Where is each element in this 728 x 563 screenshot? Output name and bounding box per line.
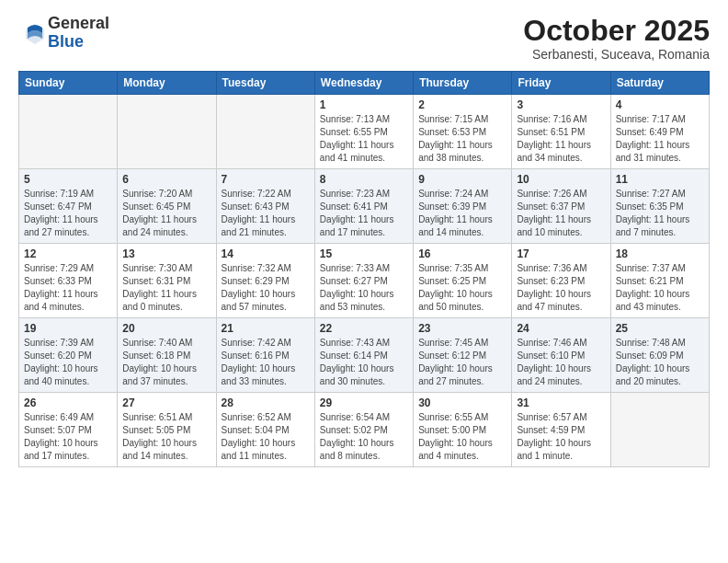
calendar-cell: 17Sunrise: 7:36 AMSunset: 6:23 PMDayligh… (512, 244, 610, 318)
calendar-row-3: 19Sunrise: 7:39 AMSunset: 6:20 PMDayligh… (19, 318, 710, 393)
logo-text: General Blue (48, 15, 109, 52)
calendar-cell: 18Sunrise: 7:37 AMSunset: 6:21 PMDayligh… (610, 244, 709, 318)
day-info: Sunrise: 7:19 AMSunset: 6:47 PMDaylight:… (24, 188, 112, 239)
daylight-label: Daylight: 10 hours and 37 minutes. (122, 363, 197, 386)
sunrise-label: Sunrise: 7:32 AM (222, 263, 291, 273)
sunset-label: Sunset: 6:47 PM (24, 201, 92, 212)
day-info: Sunrise: 7:13 AMSunset: 6:55 PMDaylight:… (320, 113, 408, 165)
daylight-label: Daylight: 10 hours and 30 minutes. (320, 363, 394, 386)
day-number: 5 (24, 173, 112, 186)
day-info: Sunrise: 7:36 AMSunset: 6:23 PMDaylight:… (517, 262, 605, 314)
day-number: 13 (122, 247, 210, 260)
sunrise-label: Sunrise: 7:17 AM (616, 114, 686, 124)
day-info: Sunrise: 7:15 AMSunset: 6:53 PMDaylight:… (418, 113, 506, 165)
sunrise-label: Sunrise: 7:19 AM (24, 189, 94, 199)
day-number: 25 (616, 322, 704, 335)
calendar-row-4: 26Sunrise: 6:49 AMSunset: 5:07 PMDayligh… (19, 393, 710, 467)
day-info: Sunrise: 7:30 AMSunset: 6:31 PMDaylight:… (122, 262, 210, 314)
calendar-cell: 12Sunrise: 7:29 AMSunset: 6:33 PMDayligh… (19, 244, 118, 318)
daylight-label: Daylight: 10 hours and 17 minutes. (24, 438, 98, 461)
day-info: Sunrise: 7:46 AMSunset: 6:10 PMDaylight:… (517, 337, 605, 388)
calendar-cell: 11Sunrise: 7:27 AMSunset: 6:35 PMDayligh… (610, 169, 709, 244)
day-number: 23 (418, 322, 506, 335)
sunrise-label: Sunrise: 7:13 AM (320, 114, 390, 124)
day-number: 30 (418, 396, 506, 409)
sunrise-label: Sunrise: 6:49 AM (24, 412, 94, 422)
daylight-label: Daylight: 11 hours and 14 minutes. (418, 214, 493, 237)
calendar-cell: 21Sunrise: 7:42 AMSunset: 6:16 PMDayligh… (216, 318, 314, 393)
day-number: 24 (517, 322, 605, 335)
col-monday: Monday (118, 72, 216, 95)
month-title: October 2025 (523, 15, 710, 47)
sunset-label: Sunset: 6:33 PM (24, 276, 92, 286)
day-info: Sunrise: 7:27 AMSunset: 6:35 PMDaylight:… (616, 188, 704, 239)
calendar-cell: 30Sunrise: 6:55 AMSunset: 5:00 PMDayligh… (414, 393, 512, 467)
daylight-label: Daylight: 11 hours and 21 minutes. (222, 214, 296, 237)
day-number: 21 (222, 322, 310, 335)
calendar-cell: 28Sunrise: 6:52 AMSunset: 5:04 PMDayligh… (216, 393, 314, 467)
calendar-table: Sunday Monday Tuesday Wednesday Thursday… (18, 71, 710, 467)
calendar-row-2: 12Sunrise: 7:29 AMSunset: 6:33 PMDayligh… (19, 244, 710, 318)
calendar-cell (118, 95, 216, 169)
sunrise-label: Sunrise: 6:55 AM (418, 412, 488, 422)
sunrise-label: Sunrise: 7:16 AM (517, 114, 586, 124)
calendar-cell: 8Sunrise: 7:23 AMSunset: 6:41 PMDaylight… (314, 169, 413, 244)
sunrise-label: Sunrise: 7:46 AM (517, 338, 586, 348)
day-number: 17 (517, 247, 605, 260)
col-sunday: Sunday (19, 72, 118, 95)
calendar-cell: 19Sunrise: 7:39 AMSunset: 6:20 PMDayligh… (19, 318, 118, 393)
day-info: Sunrise: 7:24 AMSunset: 6:39 PMDaylight:… (418, 188, 506, 239)
sunset-label: Sunset: 6:10 PM (517, 350, 585, 361)
sunset-label: Sunset: 5:00 PM (418, 425, 486, 435)
daylight-label: Daylight: 10 hours and 50 minutes. (418, 289, 493, 312)
sunrise-label: Sunrise: 7:23 AM (320, 189, 390, 199)
calendar-cell: 31Sunrise: 6:57 AMSunset: 4:59 PMDayligh… (512, 393, 610, 467)
daylight-label: Daylight: 10 hours and 14 minutes. (122, 438, 197, 461)
logo: General Blue (18, 15, 109, 52)
sunrise-label: Sunrise: 7:42 AM (222, 338, 291, 348)
sunset-label: Sunset: 6:23 PM (517, 276, 585, 286)
calendar-cell: 14Sunrise: 7:32 AMSunset: 6:29 PMDayligh… (216, 244, 314, 318)
sunrise-label: Sunrise: 6:54 AM (320, 412, 390, 422)
day-number: 12 (24, 247, 112, 260)
sunrise-label: Sunrise: 7:36 AM (517, 263, 586, 273)
sunset-label: Sunset: 5:02 PM (320, 425, 388, 435)
location-subtitle: Serbanesti, Suceava, Romania (523, 47, 710, 62)
day-info: Sunrise: 7:32 AMSunset: 6:29 PMDaylight:… (222, 262, 310, 314)
daylight-label: Daylight: 11 hours and 34 minutes. (517, 140, 591, 163)
day-info: Sunrise: 7:16 AMSunset: 6:51 PMDaylight:… (517, 113, 605, 165)
daylight-label: Daylight: 10 hours and 57 minutes. (222, 289, 296, 312)
sunrise-label: Sunrise: 7:22 AM (222, 189, 291, 199)
daylight-label: Daylight: 11 hours and 4 minutes. (24, 289, 98, 312)
calendar-cell (610, 393, 709, 467)
calendar-cell: 10Sunrise: 7:26 AMSunset: 6:37 PMDayligh… (512, 169, 610, 244)
calendar-cell: 29Sunrise: 6:54 AMSunset: 5:02 PMDayligh… (314, 393, 413, 467)
daylight-label: Daylight: 10 hours and 53 minutes. (320, 289, 394, 312)
sunrise-label: Sunrise: 7:20 AM (122, 189, 192, 199)
day-number: 19 (24, 322, 112, 335)
calendar-cell: 25Sunrise: 7:48 AMSunset: 6:09 PMDayligh… (610, 318, 709, 393)
calendar-cell: 6Sunrise: 7:20 AMSunset: 6:45 PMDaylight… (118, 169, 216, 244)
sunset-label: Sunset: 5:07 PM (24, 425, 92, 435)
sunrise-label: Sunrise: 6:57 AM (517, 412, 586, 422)
daylight-label: Daylight: 11 hours and 38 minutes. (418, 140, 493, 163)
sunrise-label: Sunrise: 7:26 AM (517, 189, 586, 199)
day-info: Sunrise: 7:35 AMSunset: 6:25 PMDaylight:… (418, 262, 506, 314)
sunset-label: Sunset: 6:35 PM (616, 201, 684, 212)
day-info: Sunrise: 6:57 AMSunset: 4:59 PMDaylight:… (517, 411, 605, 463)
sunset-label: Sunset: 6:16 PM (222, 350, 290, 361)
sunset-label: Sunset: 6:14 PM (320, 350, 388, 361)
day-number: 31 (517, 396, 605, 409)
day-number: 8 (320, 173, 408, 186)
day-info: Sunrise: 7:20 AMSunset: 6:45 PMDaylight:… (122, 188, 210, 239)
col-saturday: Saturday (610, 72, 709, 95)
sunrise-label: Sunrise: 7:33 AM (320, 263, 390, 273)
sunrise-label: Sunrise: 7:29 AM (24, 263, 94, 273)
calendar-row-1: 5Sunrise: 7:19 AMSunset: 6:47 PMDaylight… (19, 169, 710, 244)
daylight-label: Daylight: 10 hours and 8 minutes. (320, 438, 394, 461)
day-info: Sunrise: 7:33 AMSunset: 6:27 PMDaylight:… (320, 262, 408, 314)
day-number: 3 (517, 98, 605, 111)
sunset-label: Sunset: 6:25 PM (418, 276, 486, 286)
day-info: Sunrise: 6:51 AMSunset: 5:05 PMDaylight:… (122, 411, 210, 463)
daylight-label: Daylight: 10 hours and 4 minutes. (418, 438, 493, 461)
